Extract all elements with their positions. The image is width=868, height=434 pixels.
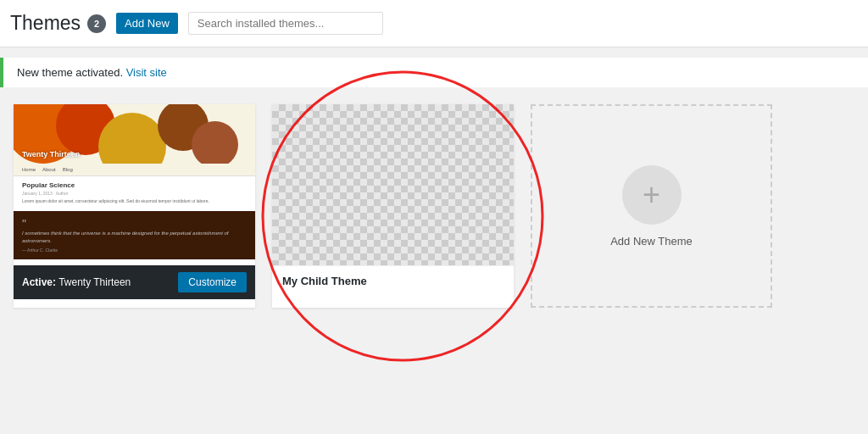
title-text: Themes xyxy=(10,12,81,35)
notice-bar: New theme activated. Visit site xyxy=(0,58,868,87)
tt-dark-section: " I sometimes think that the universe is… xyxy=(14,211,255,259)
themes-grid: Twenty Thirteen Home About Blog Popular … xyxy=(0,87,868,325)
visit-site-link[interactable]: Visit site xyxy=(126,66,167,79)
tt-content-area: Popular Science January 1, 2013 · Author… xyxy=(14,176,255,209)
theme-card-footer: Active: Twenty Thirteen Customize xyxy=(14,265,255,299)
customize-button[interactable]: Customize xyxy=(178,272,247,292)
theme-screenshot-twenty-thirteen: Twenty Thirteen Home About Blog Popular … xyxy=(14,104,255,265)
child-theme-screenshot xyxy=(272,104,514,265)
tt-circle-5 xyxy=(192,121,238,164)
page-title: Themes 2 xyxy=(10,12,106,35)
search-input[interactable] xyxy=(188,12,383,35)
active-label: Active: Twenty Thirteen xyxy=(22,276,131,288)
theme-count-badge: 2 xyxy=(87,14,106,33)
tt-header-text: Twenty Thirteen xyxy=(22,150,80,159)
add-new-theme-label: Add New Theme xyxy=(610,235,693,248)
add-new-theme-card[interactable]: + Add New Theme xyxy=(531,104,772,308)
theme-card-my-child-theme[interactable]: My Child Theme xyxy=(272,104,514,308)
theme-card-twenty-thirteen[interactable]: Twenty Thirteen Home About Blog Popular … xyxy=(14,104,255,308)
tt-top-section: Twenty Thirteen xyxy=(14,104,255,164)
plus-icon: + xyxy=(622,165,682,225)
notice-text: New theme activated. xyxy=(17,66,123,79)
tt-preview: Twenty Thirteen Home About Blog Popular … xyxy=(14,104,255,265)
tt-nav: Home About Blog xyxy=(14,164,255,176)
add-new-button[interactable]: Add New xyxy=(116,13,178,34)
child-theme-name: My Child Theme xyxy=(272,265,514,296)
page-header: Themes 2 Add New xyxy=(0,0,868,47)
